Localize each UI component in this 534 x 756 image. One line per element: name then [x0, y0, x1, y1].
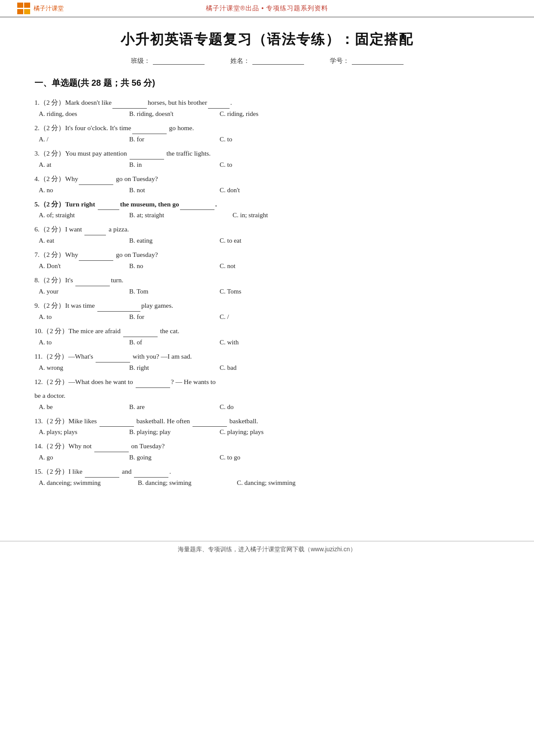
q1-options: A. riding, does B. riding, doesn't C. ri…	[34, 110, 500, 118]
name-label: 姓名：	[230, 57, 250, 65]
question-14: 14.（2 分）Why not on Tuesday? A. go B. goi…	[34, 440, 500, 461]
q9-optC: C. /	[220, 313, 310, 321]
q15-optA: A. danceing; swimming	[39, 479, 138, 487]
q4-stem: 4.（2 分）Why go on Tuesday?	[34, 173, 500, 185]
footer-text: 海量题库、专项训练，进入橘子汁课堂官网下载（www.juzizhi.cn）	[178, 546, 356, 553]
question-15: 15.（2 分）I like and . A. danceing; swimmi…	[34, 465, 500, 487]
q15-options: A. danceing; swimming B. dancing; swimin…	[34, 479, 500, 487]
q8-optA: A. your	[39, 288, 129, 295]
question-4: 4.（2 分）Why go on Tuesday? A. no B. not C…	[34, 173, 500, 194]
q11-optB: B. right	[129, 364, 220, 372]
footer-divider	[0, 541, 534, 541]
id-label: 学号：	[330, 57, 349, 65]
q2-blank1	[132, 127, 167, 134]
q11-optC: C. bad	[220, 364, 310, 372]
q5-blank1	[98, 203, 119, 210]
q12-options: A. be B. are C. do	[34, 403, 500, 411]
q1-optC: C. riding, rides	[220, 110, 310, 118]
q14-optA: A. go	[39, 454, 129, 461]
question-9: 9.（2 分）It was time play games. A. to B. …	[34, 300, 500, 321]
q6-options: A. eat B. eating C. to eat	[34, 237, 500, 244]
q10-blank1	[123, 330, 158, 337]
q13-optB: B. playing; play	[129, 428, 220, 436]
q5-optC: C. in; straight	[233, 212, 323, 219]
q6-optA: A. eat	[39, 237, 129, 244]
id-info: 学号：	[330, 57, 404, 65]
q5-options: A. of; straight B. at; straight C. in; s…	[34, 212, 500, 219]
q8-stem: 8.（2 分）It's turn.	[34, 274, 500, 286]
q3-optC: C. to	[220, 161, 310, 169]
q8-blank1	[75, 279, 110, 286]
q6-stem: 6.（2 分）I want a pizza.	[34, 223, 500, 235]
q8-optC: C. Toms	[220, 288, 310, 295]
q10-optA: A. to	[39, 339, 129, 346]
main-title: 小升初英语专题复习（语法专练）：固定搭配	[34, 30, 500, 49]
question-13: 13.（2 分）Mike likes basketball. He often …	[34, 415, 500, 436]
logo-text: 橘子汁课堂	[34, 5, 64, 12]
q8-optB: B. Tom	[129, 288, 220, 295]
q5-stem: 5.（2 分）Turn right the museum, then go.	[34, 198, 500, 210]
q1-optB: B. riding, doesn't	[129, 110, 220, 118]
info-row: 班级： 姓名： 学号：	[34, 57, 500, 65]
q5-blank2	[180, 203, 214, 210]
page-header: 橘子汁课堂 橘子汁课堂®出品 • 专项练习题系列资料	[0, 0, 534, 17]
q7-options: A. Don't B. no C. not	[34, 262, 500, 270]
class-blank	[153, 58, 205, 65]
question-3: 3.（2 分）You must pay attention the traffi…	[34, 147, 500, 169]
q12-optB: B. are	[129, 403, 220, 411]
q2-options: A. / B. for C. to	[34, 136, 500, 143]
q15-stem: 15.（2 分）I like and .	[34, 465, 500, 478]
q14-options: A. go B. going C. to go	[34, 454, 500, 461]
q15-optC: C. dancing; swimming	[237, 479, 327, 487]
id-blank	[352, 58, 404, 65]
q3-options: A. at B. in C. to	[34, 161, 500, 169]
q15-blank2	[134, 471, 168, 478]
q4-optA: A. no	[39, 187, 129, 194]
q10-optC: C. with	[220, 339, 310, 346]
q11-blank1	[96, 356, 130, 362]
logo-icon	[17, 3, 31, 15]
question-12: 12.（2 分）—What does he want to ? — He wan…	[34, 376, 500, 411]
q3-blank1	[130, 153, 164, 159]
svg-rect-0	[17, 3, 23, 8]
q1-optA: A. riding, does	[39, 110, 129, 118]
q9-stem: 9.（2 分）It was time play games.	[34, 300, 500, 312]
q1-blank1	[112, 102, 147, 109]
q14-blank1	[94, 445, 129, 452]
q3-optB: B. in	[129, 161, 220, 169]
q1-blank2	[208, 102, 230, 109]
q7-stem: 7.（2 分）Why go on Tuesday?	[34, 249, 500, 261]
q7-optA: A. Don't	[39, 262, 129, 270]
page-footer: 海量题库、专项训练，进入橘子汁课堂官网下载（www.juzizhi.cn）	[0, 530, 534, 558]
q9-optB: B. for	[129, 313, 220, 321]
q7-optB: B. no	[129, 262, 220, 270]
question-11: 11.（2 分）—What's with you? —I am sad. A. …	[34, 350, 500, 372]
q4-blank1	[79, 178, 113, 185]
q10-optB: B. of	[129, 339, 220, 346]
svg-rect-1	[24, 3, 30, 8]
header-title: 橘子汁课堂®出品 • 专项练习题系列资料	[206, 4, 329, 12]
q13-stem: 13.（2 分）Mike likes basketball. He often …	[34, 415, 500, 427]
question-1: 1.（2 分）Mark doesn't likehorses, but his …	[34, 97, 500, 118]
q2-stem: 2.（2 分）It's four o'clock. It's time go h…	[34, 122, 500, 134]
q11-stem: 11.（2 分）—What's with you? —I am sad.	[34, 350, 500, 362]
svg-rect-3	[24, 9, 30, 14]
q2-optC: C. to	[220, 136, 310, 143]
question-8: 8.（2 分）It's turn. A. your B. Tom C. Toms	[34, 274, 500, 295]
q15-blank1	[85, 471, 119, 478]
name-info: 姓名：	[230, 57, 304, 65]
q12-stem-cont: be a doctor.	[34, 390, 500, 402]
q6-blank1	[84, 228, 106, 235]
logo-area: 橘子汁课堂	[17, 3, 64, 15]
main-content: 小升初英语专题复习（语法专练）：固定搭配 班级： 姓名： 学号： 一、单选题(共…	[0, 17, 534, 517]
class-info: 班级：	[131, 57, 205, 65]
q13-optC: C. playing; plays	[220, 428, 310, 436]
q4-options: A. no B. not C. don't	[34, 187, 500, 194]
q4-optB: B. not	[129, 187, 220, 194]
q12-blank1	[136, 381, 170, 388]
q4-optC: C. don't	[220, 187, 310, 194]
q14-optC: C. to go	[220, 454, 310, 461]
q3-optA: A. at	[39, 161, 129, 169]
q10-options: A. to B. of C. with	[34, 339, 500, 346]
question-10: 10.（2 分）The mice are afraid the cat. A. …	[34, 325, 500, 346]
